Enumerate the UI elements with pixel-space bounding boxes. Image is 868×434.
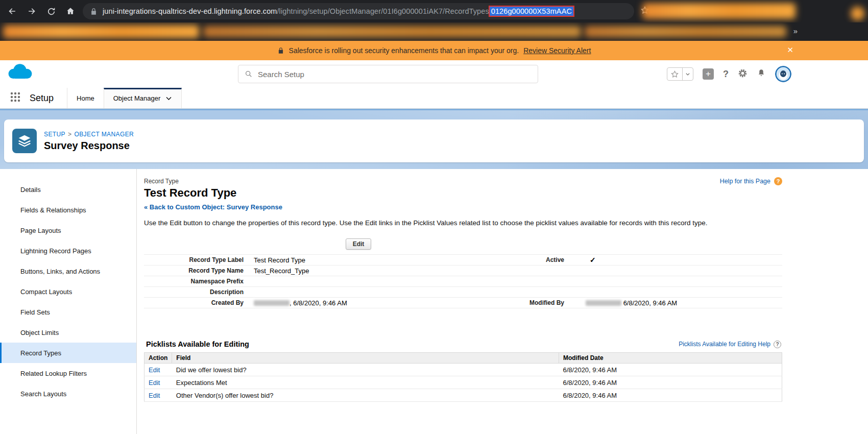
modified-date: 6/8/2020, 9:46 AM bbox=[559, 376, 782, 389]
record-type-detail-panel: Record Type Help for this Page ? Test Re… bbox=[137, 169, 868, 434]
browser-toolbar: juni-integrations-qualtrics-dev-ed.light… bbox=[0, 0, 868, 22]
detail-label: Record Type Label bbox=[144, 256, 254, 263]
waffle-icon bbox=[9, 91, 21, 103]
reload-button[interactable] bbox=[45, 5, 57, 17]
plus-icon: + bbox=[706, 69, 711, 79]
help-for-this-page-link[interactable]: Help for this Page bbox=[720, 178, 770, 185]
edit-link[interactable]: Edit bbox=[149, 392, 160, 399]
sidebar-item-record-types[interactable]: Record Types bbox=[0, 343, 136, 363]
edit-link[interactable]: Edit bbox=[149, 379, 160, 387]
caret-down-icon bbox=[685, 71, 690, 77]
setup-nav: Setup Home Object Manager bbox=[0, 88, 868, 109]
sidebar-item-search-layouts[interactable]: Search Layouts bbox=[0, 383, 136, 404]
detail-label: Created By bbox=[144, 299, 254, 306]
sidebar-item-details[interactable]: Details bbox=[0, 179, 136, 200]
notifications-bell-button[interactable] bbox=[757, 68, 766, 80]
favorites-star-button[interactable] bbox=[667, 70, 682, 79]
record-type-details: Record Type Label Test Record Type Activ… bbox=[144, 254, 782, 308]
active-checkmark: ✓ bbox=[574, 256, 782, 264]
gear-icon bbox=[738, 68, 748, 78]
detail-value: , 6/8/2020, 9:46 AM bbox=[254, 299, 529, 307]
column-header-field: Field bbox=[172, 353, 559, 364]
object-header-card: SETUP>OBJECT MANAGER Survey Response bbox=[4, 119, 864, 162]
sidebar-item-object-limits[interactable]: Object Limits bbox=[0, 322, 136, 343]
user-avatar[interactable] bbox=[775, 66, 791, 82]
picklists-table: Action Field Modified Date Edit Did we o… bbox=[144, 352, 782, 402]
reload-icon bbox=[46, 7, 56, 16]
record-type-title: Test Record Type bbox=[144, 186, 782, 200]
edit-link[interactable]: Edit bbox=[149, 366, 160, 374]
home-button[interactable] bbox=[64, 5, 77, 17]
tab-home-label: Home bbox=[77, 94, 94, 102]
back-button[interactable] bbox=[6, 5, 18, 17]
help-button[interactable]: ? bbox=[723, 69, 729, 80]
detail-value: 6/8/2020, 9:46 AM bbox=[574, 299, 782, 307]
picklists-section-title: Picklists Available for Editing bbox=[146, 340, 249, 348]
field-name: Expectations Met bbox=[172, 376, 559, 389]
sidebar-item-page-layouts[interactable]: Page Layouts bbox=[0, 220, 136, 240]
redacted-bookmarks-blur bbox=[585, 26, 786, 37]
breadcrumb-setup-link[interactable]: SETUP bbox=[44, 131, 65, 138]
url-highlighted-id: 0126g000000X53mAAC bbox=[490, 7, 573, 16]
breadcrumb-object-manager-link[interactable]: OBJECT MANAGER bbox=[74, 131, 134, 138]
edit-button[interactable]: Edit bbox=[346, 238, 372, 250]
redacted-username bbox=[586, 300, 621, 306]
setup-gear-button[interactable] bbox=[738, 68, 748, 80]
table-header-row: Action Field Modified Date bbox=[144, 353, 782, 364]
sidebar-item-lightning-record-pages[interactable]: Lightning Record Pages bbox=[0, 240, 136, 261]
sidebar-item-fields-relationships[interactable]: Fields & Relationships bbox=[0, 200, 136, 220]
lock-icon bbox=[277, 47, 284, 54]
help-circle-icon[interactable]: ? bbox=[774, 341, 781, 348]
table-row: Edit Expectations Met 6/8/2020, 9:46 AM bbox=[144, 376, 782, 389]
intro-text: Use the Edit button to change the proper… bbox=[144, 219, 782, 227]
sidebar-item-field-sets[interactable]: Field Sets bbox=[0, 302, 136, 322]
home-icon bbox=[65, 6, 76, 16]
url-path: /lightning/setup/ObjectManager/01I6g0000… bbox=[277, 7, 489, 15]
forward-button[interactable] bbox=[26, 5, 38, 17]
detail-label: Record Type Name bbox=[144, 267, 254, 274]
bookmarks-overflow-chevron[interactable]: » bbox=[793, 27, 798, 35]
breadcrumb-separator: > bbox=[68, 131, 71, 138]
object-header-region: SETUP>OBJECT MANAGER Survey Response bbox=[0, 109, 868, 169]
sidebar-item-related-lookup-filters[interactable]: Related Lookup Filters bbox=[0, 363, 136, 383]
detail-row: Record Type Label Test Record Type Activ… bbox=[144, 255, 782, 266]
search-icon bbox=[245, 70, 253, 78]
tab-object-manager[interactable]: Object Manager bbox=[104, 88, 182, 108]
setup-search-box bbox=[238, 65, 538, 83]
favorites-caret-button[interactable] bbox=[682, 68, 693, 80]
global-actions-button[interactable]: + bbox=[703, 68, 714, 80]
sidebar-item-compact-layouts[interactable]: Compact Layouts bbox=[0, 281, 136, 302]
help-icon[interactable]: ? bbox=[774, 177, 782, 185]
redacted-tabs-blur bbox=[642, 3, 795, 19]
detail-value: Test Record Type bbox=[254, 256, 529, 264]
salesforce-logo bbox=[4, 62, 37, 87]
detail-label: Namespace Prefix bbox=[144, 278, 254, 285]
table-row: Edit Did we offer lowest bid? 6/8/2020, … bbox=[144, 364, 782, 376]
security-alert-banner: Salesforce is rolling out security enhan… bbox=[0, 41, 868, 60]
address-bar[interactable]: juni-integrations-qualtrics-dev-ed.light… bbox=[83, 3, 634, 19]
review-security-alert-link[interactable]: Review Security Alert bbox=[523, 46, 591, 55]
picklists-help-link[interactable]: Picklists Available for Editing Help bbox=[679, 341, 770, 348]
astro-avatar-icon bbox=[775, 66, 791, 82]
detail-label: Active bbox=[529, 256, 574, 263]
detail-label: Modified By bbox=[529, 299, 574, 306]
modified-date: 6/8/2020, 9:46 AM bbox=[559, 389, 782, 402]
tab-home[interactable]: Home bbox=[67, 88, 104, 108]
app-launcher-button[interactable] bbox=[9, 91, 21, 105]
eyebrow-label: Record Type bbox=[144, 178, 179, 185]
detail-row: Description bbox=[144, 287, 782, 298]
star-icon bbox=[670, 70, 679, 79]
back-to-object-link[interactable]: « Back to Custom Object: Survey Response bbox=[144, 203, 282, 211]
detail-row: Record Type Name Test_Record_Type bbox=[144, 266, 782, 276]
banner-close-button[interactable]: ✕ bbox=[787, 45, 793, 55]
bookmarks-bar: » bbox=[0, 22, 868, 41]
sidebar-item-buttons-links-actions[interactable]: Buttons, Links, and Actions bbox=[0, 261, 136, 281]
field-name: Other Vendor(s) offer lowest bid? bbox=[172, 389, 559, 402]
setup-search-input[interactable] bbox=[258, 70, 532, 79]
page-title: Survey Response bbox=[44, 140, 134, 152]
detail-label: Description bbox=[144, 288, 254, 296]
favorites-control bbox=[667, 67, 693, 81]
banner-message: Salesforce is rolling out security enhan… bbox=[289, 46, 519, 55]
layers-icon bbox=[16, 133, 33, 149]
object-manager-sidebar: Details Fields & Relationships Page Layo… bbox=[0, 169, 137, 434]
